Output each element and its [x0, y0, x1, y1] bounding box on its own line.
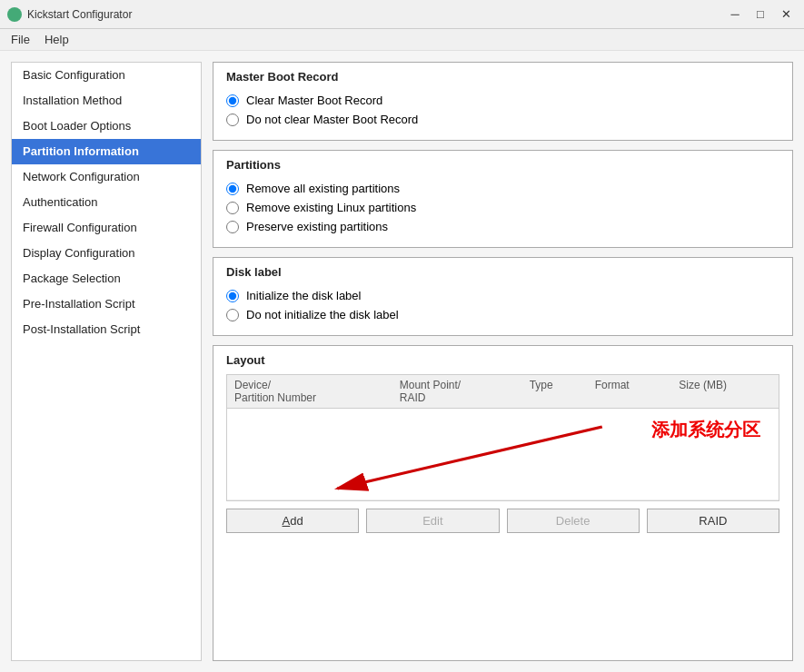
sidebar-item-package-selection[interactable]: Package Selection	[12, 266, 201, 292]
radio-no-clear-mbr-input[interactable]	[226, 114, 239, 126]
layout-buttons-row: Add Edit Delete RAID	[226, 509, 779, 533]
col-type: Type	[522, 375, 588, 409]
partitions-section: Partitions Remove all existing partition…	[213, 150, 793, 248]
layout-title: Layout	[226, 353, 779, 367]
radio-no-init-disk-input[interactable]	[226, 309, 239, 321]
app-icon	[7, 7, 22, 22]
sidebar-item-display-configuration[interactable]: Display Configuration	[12, 241, 201, 266]
col-format: Format	[588, 375, 672, 409]
sidebar-item-partition-information[interactable]: Partition Information	[12, 139, 201, 164]
menu-help[interactable]: Help	[37, 31, 76, 48]
radio-remove-all-label: Remove all existing partitions	[246, 182, 400, 195]
radio-remove-all-input[interactable]	[226, 183, 239, 195]
add-button[interactable]: Add	[226, 509, 359, 533]
raid-button[interactable]: RAID	[647, 509, 779, 533]
layout-table-wrapper: Device/Partition Number Mount Point/RAID…	[226, 374, 779, 501]
sidebar-item-authentication[interactable]: Authentication	[12, 190, 201, 215]
radio-preserve[interactable]: Preserve existing partitions	[226, 217, 779, 236]
menubar: File Help	[0, 29, 804, 51]
sidebar-item-post-installation-script[interactable]: Post-Installation Script	[12, 317, 201, 342]
radio-no-init-disk[interactable]: Do not initialize the disk label	[226, 305, 779, 324]
close-button[interactable]: ✕	[775, 5, 797, 24]
radio-preserve-input[interactable]	[226, 221, 239, 233]
sidebar-item-boot-loader-options[interactable]: Boot Loader Options	[12, 114, 201, 139]
layout-table-body: 添加系统分区	[227, 409, 779, 500]
radio-preserve-label: Preserve existing partitions	[246, 220, 388, 233]
col-mount: Mount Point/RAID	[392, 375, 522, 409]
radio-remove-all[interactable]: Remove all existing partitions	[226, 179, 779, 198]
menu-file[interactable]: File	[4, 31, 37, 48]
window-title: Kickstart Configurator	[27, 8, 724, 21]
radio-remove-linux-label: Remove existing Linux partitions	[246, 201, 416, 214]
radio-init-disk[interactable]: Initialize the disk label	[226, 286, 779, 305]
delete-button[interactable]: Delete	[507, 509, 640, 533]
disk-label-section: Disk label Initialize the disk label Do …	[213, 257, 793, 336]
radio-clear-mbr-input[interactable]	[226, 94, 239, 107]
master-boot-record-title: Master Boot Record	[226, 70, 779, 84]
maximize-button[interactable]: □	[749, 5, 771, 24]
partitions-title: Partitions	[226, 158, 779, 172]
app-body: Basic Configuration Installation Method …	[0, 51, 804, 672]
sidebar-item-installation-method[interactable]: Installation Method	[12, 88, 201, 114]
content-area: Master Boot Record Clear Master Boot Rec…	[213, 62, 793, 661]
annotation-text: 添加系统分区	[651, 418, 760, 442]
sidebar-item-pre-installation-script[interactable]: Pre-Installation Script	[12, 292, 201, 317]
titlebar: Kickstart Configurator ─ □ ✕	[0, 0, 804, 29]
radio-init-disk-input[interactable]	[226, 290, 239, 302]
master-boot-record-section: Master Boot Record Clear Master Boot Rec…	[213, 62, 793, 141]
window-controls: ─ □ ✕	[724, 5, 797, 24]
annotation-container: 添加系统分区	[227, 409, 779, 499]
svg-line-1	[337, 427, 601, 489]
col-device: Device/Partition Number	[227, 375, 392, 409]
sidebar-item-basic-configuration[interactable]: Basic Configuration	[12, 63, 201, 88]
radio-no-clear-mbr-label: Do not clear Master Boot Record	[246, 113, 418, 126]
radio-no-clear-mbr[interactable]: Do not clear Master Boot Record	[226, 110, 779, 129]
minimize-button[interactable]: ─	[724, 5, 746, 24]
radio-remove-linux-input[interactable]	[226, 202, 239, 214]
layout-section: Layout Device/Partition Number Mount Poi…	[213, 345, 793, 661]
radio-remove-linux[interactable]: Remove existing Linux partitions	[226, 198, 779, 217]
edit-button[interactable]: Edit	[366, 509, 499, 533]
radio-init-disk-label: Initialize the disk label	[246, 289, 361, 302]
disk-label-title: Disk label	[226, 265, 779, 279]
radio-clear-mbr[interactable]: Clear Master Boot Record	[226, 91, 779, 110]
radio-no-init-disk-label: Do not initialize the disk label	[246, 308, 399, 321]
col-size: Size (MB)	[671, 375, 779, 409]
sidebar: Basic Configuration Installation Method …	[11, 62, 202, 661]
sidebar-item-network-configuration[interactable]: Network Configuration	[12, 164, 201, 190]
radio-clear-mbr-label: Clear Master Boot Record	[246, 94, 382, 107]
layout-table: Device/Partition Number Mount Point/RAID…	[227, 375, 779, 500]
sidebar-item-firewall-configuration[interactable]: Firewall Configuration	[12, 215, 201, 241]
